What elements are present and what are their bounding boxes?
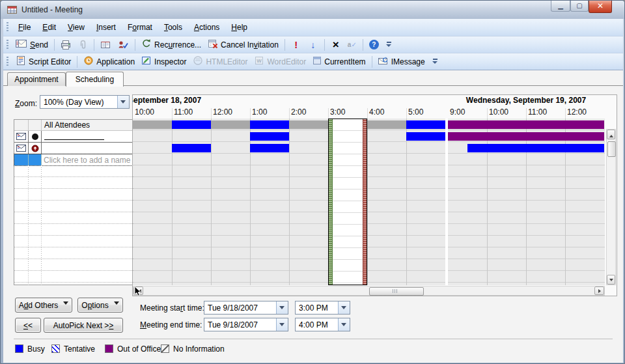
freebusy-grid[interactable] [133,119,605,285]
toolbar-overflow-chevron[interactable] [385,38,393,51]
meeting-end-date-value: Tue 9/18/2007 [208,320,258,329]
html-editor-icon [193,55,203,68]
meeting-end-time-value: 4:00 PM [299,320,328,329]
meeting-end-time-label: Meeting end time: [140,320,202,329]
meeting-start-date-combobox[interactable]: Tue 9/18/2007 [204,301,288,315]
inspector-button[interactable]: Inspector [138,54,189,69]
menu-format[interactable]: Format [122,20,158,35]
attendee-add-row[interactable]: Click here to add a name [14,154,133,165]
no-information-legend-swatch [161,344,169,353]
help-icon: ? [369,40,379,49]
print-button[interactable] [57,38,74,51]
recurrence-icon [141,38,152,51]
application-button[interactable]: Application [80,54,138,69]
organizer-icon [29,131,42,143]
autopick-next-button[interactable]: AutoPick Next >> [44,318,123,333]
envelope-icon[interactable] [14,143,29,154]
day-boundary-gap [445,119,448,285]
toolbar-grip[interactable] [7,57,8,67]
html-editor-button[interactable]: HTMLEditor [189,54,251,69]
minimize-button[interactable]: ▁ [551,1,570,12]
importance-high-button[interactable]: ! [288,38,305,51]
attendee-name-cell[interactable] [42,131,133,143]
current-item-label: CurrentItem [324,57,365,66]
toolbar-overflow-chevron[interactable] [431,55,439,68]
attendee-row-organizer[interactable] [14,131,133,143]
scroll-right-button[interactable] [594,287,604,295]
envelope-icon[interactable] [14,131,29,143]
dropdown-arrow-icon[interactable] [338,301,350,314]
inspector-icon [141,55,152,68]
svg-text:W: W [257,58,262,64]
title-bar[interactable]: Untitled - Meeting ▁ ▢ ✕ [1,1,624,19]
help-button[interactable]: ? [366,38,382,51]
new-attendee-status-cell[interactable] [29,154,42,165]
selection-end-handle[interactable] [363,119,367,285]
add-others-button[interactable]: Add Others [15,298,72,313]
send-button[interactable]: Send [12,38,51,51]
attendee-row-required[interactable] [14,143,133,154]
horizontal-scroll-thumb[interactable] [369,287,424,296]
vertical-scroll-thumb[interactable] [607,141,616,157]
separator [94,39,94,51]
dropdown-arrow-icon[interactable] [117,96,129,108]
imessage-button[interactable]: IMessage [375,55,428,68]
menu-tools[interactable]: Tools [158,20,188,35]
new-attendee-mail-cell[interactable] [14,154,29,165]
address-book-button[interactable] [97,38,114,51]
meeting-start-time-combobox[interactable]: 3:00 PM [295,301,350,315]
current-item-button[interactable]: CurrentItem [309,55,368,68]
menu-insert[interactable]: Insert [90,20,122,35]
add-attendee-prompt: Click here to add a name [44,156,130,165]
cancel-invitation-label: Cancel Invitation [221,40,279,49]
spelling-button[interactable]: a✓ [344,40,360,49]
menu-view[interactable]: View [62,20,90,35]
zoom-combobox[interactable]: 100% (Day View) [40,95,130,109]
tab-appointment[interactable]: Appointment [7,72,66,86]
no-information-legend-label: No Information [173,344,225,354]
zoom-value: 100% (Day View) [44,98,104,107]
meeting-end-time-combobox[interactable]: 4:00 PM [295,318,350,331]
toolbar-grip[interactable] [7,22,8,33]
dropdown-arrow-icon[interactable] [338,318,350,331]
meeting-end-date-combobox[interactable]: Tue 9/18/2007 [204,318,288,331]
mouse-cursor [134,286,142,299]
dropdown-arrow-icon[interactable] [276,301,288,314]
horizontal-scrollbar[interactable] [133,286,605,296]
imessage-icon [378,56,389,67]
scroll-up-button[interactable] [607,130,615,139]
close-button[interactable]: ✕ [589,1,612,13]
recurrence-button[interactable]: Recurrence... [138,37,204,52]
toolbar-grip[interactable] [7,40,8,50]
html-editor-label: HTMLEditor [206,57,247,66]
attendee-name-cell[interactable] [42,143,133,154]
importance-low-button[interactable]: ↓ [305,38,322,51]
vertical-scrollbar[interactable] [606,129,616,285]
delete-icon: × [331,40,341,49]
meeting-time-selection[interactable] [328,119,367,285]
maximize-button[interactable]: ▢ [570,1,589,12]
zoom-label: Zoom: [15,99,37,108]
delete-button[interactable]: × [327,39,344,51]
options-button[interactable]: Options [77,298,123,313]
cancel-invitation-button[interactable]: Cancel Invitation [204,37,282,52]
menu-help[interactable]: Help [225,20,253,35]
scroll-down-button[interactable] [607,275,615,285]
menu-file[interactable]: File [12,20,36,35]
attendee-header-row: All Attendees [14,120,133,131]
script-editor-button[interactable]: Script Editor [12,54,74,69]
dropdown-arrow-icon [63,301,68,307]
selection-start-handle[interactable] [329,119,333,285]
busy-legend-swatch [15,344,23,353]
menu-actions[interactable]: Actions [188,20,225,35]
attach-file-button[interactable] [74,38,91,51]
check-names-button[interactable] [114,38,132,51]
autopick-previous-button[interactable]: << [15,318,41,333]
application-icon [83,55,94,68]
script-editor-icon [16,55,26,68]
menu-edit[interactable]: Edit [36,20,62,35]
add-attendee-cell[interactable]: Click here to add a name [42,154,133,165]
dropdown-arrow-icon[interactable] [276,318,288,331]
tab-scheduling[interactable]: Scheduling [66,72,124,87]
word-editor-button[interactable]: W WordEditor [251,54,309,69]
